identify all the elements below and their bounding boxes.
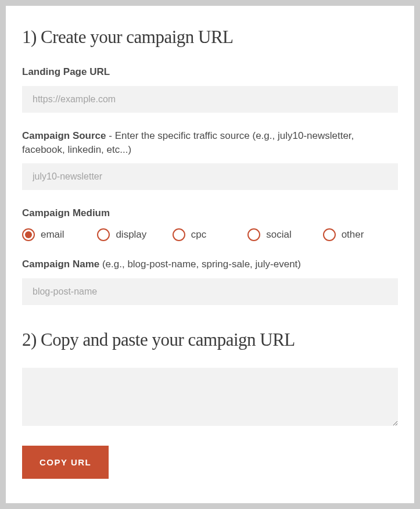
landing-page-label-text: Landing Page URL (22, 66, 110, 77)
radio-icon (97, 228, 110, 241)
radio-icon (173, 228, 185, 241)
copy-url-button[interactable]: COPY URL (22, 446, 109, 479)
form-container: 1) Create your campaign URL Landing Page… (6, 6, 414, 503)
radio-label: email (41, 229, 64, 241)
campaign-medium-label-text: Campaign Medium (22, 207, 110, 218)
radio-label: display (116, 229, 146, 241)
campaign-name-label-bold: Campaign Name (22, 259, 99, 270)
campaign-source-input[interactable] (22, 163, 398, 190)
landing-page-input[interactable] (22, 86, 398, 113)
section2-heading: 2) Copy and paste your campaign URL (22, 329, 398, 350)
radio-option-cpc[interactable]: cpc (173, 228, 247, 241)
output-textarea[interactable] (22, 368, 398, 426)
radio-label: social (266, 229, 291, 241)
campaign-medium-label: Campaign Medium (22, 206, 398, 220)
campaign-source-label-bold: Campaign Source (22, 130, 106, 141)
campaign-medium-group: Campaign Medium email display cpc social… (22, 206, 398, 241)
radio-option-display[interactable]: display (97, 228, 172, 241)
campaign-name-label-hint: (e.g., blog-post-name, spring-sale, july… (99, 259, 301, 270)
radio-icon (22, 228, 35, 241)
campaign-source-label: Campaign Source - Enter the specific tra… (22, 129, 398, 157)
section1-heading: 1) Create your campaign URL (22, 27, 398, 48)
radio-option-other[interactable]: other (323, 228, 398, 241)
landing-page-label: Landing Page URL (22, 65, 398, 79)
radio-icon (247, 228, 260, 241)
radio-option-email[interactable]: email (22, 228, 97, 241)
campaign-source-group: Campaign Source - Enter the specific tra… (22, 129, 398, 191)
radio-label: cpc (191, 229, 206, 241)
radio-label: other (342, 229, 364, 241)
landing-page-group: Landing Page URL (22, 65, 398, 113)
radio-icon (323, 228, 336, 241)
campaign-name-group: Campaign Name (e.g., blog-post-name, spr… (22, 257, 398, 305)
output-group (22, 368, 398, 428)
radio-option-social[interactable]: social (247, 228, 322, 241)
campaign-medium-radio-group: email display cpc social other (22, 228, 398, 241)
campaign-name-label: Campaign Name (e.g., blog-post-name, spr… (22, 257, 398, 271)
campaign-name-input[interactable] (22, 278, 398, 305)
